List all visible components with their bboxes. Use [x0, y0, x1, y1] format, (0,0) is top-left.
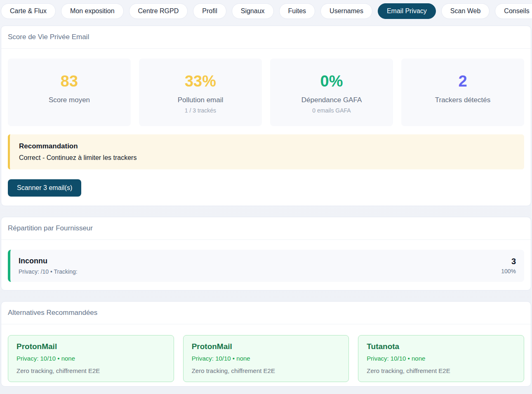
main-tabbar: Carte & Flux Mon exposition Centre RGPD …	[0, 0, 532, 19]
stat-label: Dépendance GAFA	[274, 96, 389, 104]
tab-mon-exposition[interactable]: Mon exposition	[61, 3, 124, 19]
alternatives-section-title: Alternatives Recommandées	[1, 302, 531, 324]
alternative-meta: Privacy: 10/10 • none	[367, 355, 516, 362]
stat-card-trackers-detectes: 2 Trackers détectés	[401, 59, 524, 126]
recommendation-title: Recommandation	[19, 142, 515, 150]
tab-usernames[interactable]: Usernames	[320, 3, 372, 19]
alternative-description: Zero tracking, chiffrement E2E	[192, 367, 341, 374]
provider-meta: Privacy: /10 • Tracking:	[19, 268, 78, 275]
stat-label: Pollution email	[143, 96, 258, 104]
tab-scan-web[interactable]: Scan Web	[441, 3, 490, 19]
alternative-meta: Privacy: 10/10 • none	[192, 355, 341, 362]
alternative-name: ProtonMail	[192, 342, 341, 351]
tab-fuites[interactable]: Fuites	[279, 3, 315, 19]
alternatives-panel: Alternatives Recommandées ProtonMail Pri…	[1, 301, 531, 387]
stat-value: 33%	[143, 73, 258, 91]
provider-stats: 3 100%	[501, 257, 516, 274]
scan-emails-button[interactable]: Scanner 3 email(s)	[8, 179, 81, 197]
tab-centre-rgpd[interactable]: Centre RGPD	[129, 3, 188, 19]
recommendation-text: Correct - Continuez à limiter les tracke…	[19, 154, 515, 162]
tab-carte-flux[interactable]: Carte & Flux	[1, 3, 56, 19]
stat-value: 0%	[274, 73, 389, 91]
stat-value: 83	[12, 73, 127, 91]
stat-sublabel: 0 emails GAFA	[274, 107, 389, 114]
alternative-card-protonmail-1: ProtonMail Privacy: 10/10 • none Zero tr…	[8, 335, 174, 382]
tab-signaux[interactable]: Signaux	[232, 3, 274, 19]
provider-row: Inconnu Privacy: /10 • Tracking: 3 100%	[8, 250, 524, 282]
alternative-meta: Privacy: 10/10 • none	[16, 355, 165, 362]
tab-email-privacy[interactable]: Email Privacy	[378, 3, 436, 19]
provider-percent: 100%	[501, 268, 516, 274]
alternative-name: Tutanota	[367, 342, 516, 351]
stat-label: Score moyen	[12, 96, 127, 104]
stats-grid: 83 Score moyen 33% Pollution email 1 / 3…	[1, 49, 531, 126]
tab-profil[interactable]: Profil	[193, 3, 226, 19]
provider-count: 3	[501, 257, 516, 266]
stat-card-dependance-gafa: 0% Dépendance GAFA 0 emails GAFA	[270, 59, 393, 126]
provider-info: Inconnu Privacy: /10 • Tracking:	[19, 257, 78, 275]
stat-sublabel: 1 / 3 trackés	[143, 107, 258, 114]
tab-conseils[interactable]: Conseils	[495, 3, 532, 19]
stat-label: Trackers détectés	[405, 96, 520, 104]
alternative-name: ProtonMail	[16, 342, 165, 351]
recommendation-banner: Recommandation Correct - Continuez à lim…	[8, 134, 524, 169]
alternatives-grid: ProtonMail Privacy: 10/10 • none Zero tr…	[1, 324, 531, 386]
alternative-description: Zero tracking, chiffrement E2E	[367, 367, 516, 374]
provider-name: Inconnu	[19, 257, 78, 265]
email-privacy-score-panel: Score de Vie Privée Email 83 Score moyen…	[1, 26, 531, 206]
stat-card-score-moyen: 83 Score moyen	[8, 59, 131, 126]
alternative-card-tutanota: Tutanota Privacy: 10/10 • none Zero trac…	[358, 335, 524, 382]
providers-section-title: Répartition par Fournisseur	[1, 217, 531, 240]
provider-breakdown-panel: Répartition par Fournisseur Inconnu Priv…	[1, 217, 531, 291]
stat-value: 2	[405, 73, 520, 91]
stat-card-pollution-email: 33% Pollution email 1 / 3 trackés	[139, 59, 262, 126]
score-section-title: Score de Vie Privée Email	[1, 26, 531, 49]
alternative-card-protonmail-2: ProtonMail Privacy: 10/10 • none Zero tr…	[183, 335, 349, 382]
alternative-description: Zero tracking, chiffrement E2E	[16, 367, 165, 374]
